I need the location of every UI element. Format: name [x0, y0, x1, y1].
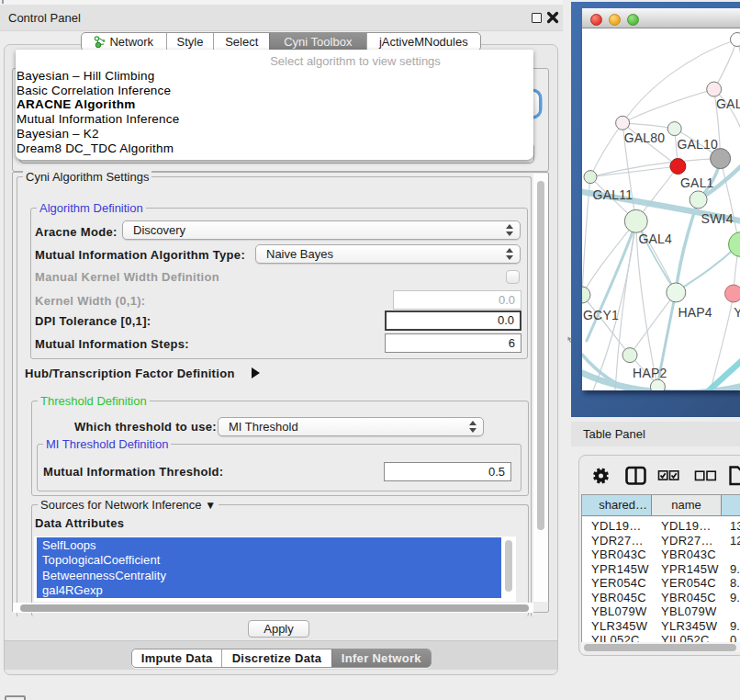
svg-text:SWI4: SWI4 — [701, 211, 734, 226]
svg-text:GAL11: GAL11 — [593, 187, 633, 202]
svg-text:GAL1: GAL1 — [680, 175, 714, 190]
svg-text:GAL4: GAL4 — [638, 231, 672, 246]
svg-text:HAP2: HAP2 — [633, 366, 667, 380]
svg-text:GAL80: GAL80 — [624, 130, 666, 145]
svg-text:HAP4: HAP4 — [678, 305, 712, 320]
svg-text:Y: Y — [734, 305, 740, 320]
svg-text:GAL: GAL — [716, 96, 740, 111]
svg-text:GCY1: GCY1 — [583, 308, 619, 322]
svg-text:GAL10: GAL10 — [677, 137, 718, 152]
